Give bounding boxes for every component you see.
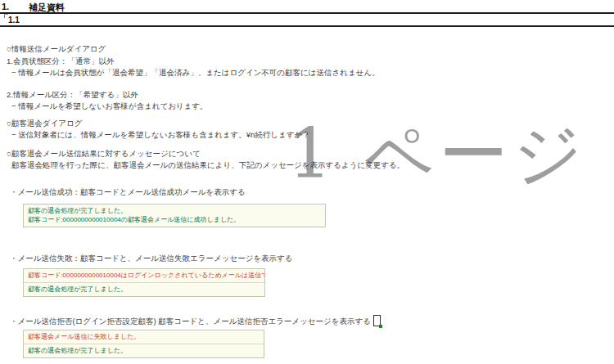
message-box-success: 顧客の退会処理が完了しました。 顧客コード:0000000000010004の顧… <box>23 204 326 227</box>
para-info-mail-dialog-title: ○情報送信メールダイアログ <box>7 44 106 53</box>
section-number: 1. <box>2 2 9 11</box>
message-line-success: 顧客の退会処理が完了しました。 <box>28 206 321 215</box>
para-mail-result-title: ○顧客退会メール送信結果に対するメッセージについて <box>7 149 201 158</box>
para-mail-success-label: ・メール送信成功：顧客コードとメール送信成功メールを表示する <box>10 187 246 196</box>
para-mail-failure-label: ・メール送信失敗：顧客コードと、メール送信失敗エラーメッセージを表示する <box>10 254 293 263</box>
para-info-mail-note: − 情報メールを希望しないお客様が含まれております。 <box>11 101 208 110</box>
subsection-heading: 1.1 <box>0 14 614 27</box>
document-page: 1 ページ 1. 補足資料 1.1 ○情報送信メールダイアログ 1.会員状態区分… <box>0 0 614 364</box>
mail-rejection-label-text: ・メール送信拒否(ログイン拒否設定顧客) 顧客コードと、メール送信拒否エラーメッ… <box>10 317 371 326</box>
subsection-number: 1.1 <box>8 16 20 25</box>
para-mail-rejection-label: ・メール送信拒否(ログイン拒否設定顧客) 顧客コードと、メール送信拒否エラーメッ… <box>10 315 381 326</box>
section-title: 補足資料 <box>29 2 65 14</box>
para-member-status-condition: 1.会員状態区分：「通常」以外 <box>7 56 114 65</box>
message-line-success: 顧客の退会処理が完了しました。 <box>24 282 264 296</box>
message-line-success: 顧客の退会処理が完了しました。 <box>24 344 264 357</box>
para-withdraw-dialog-title: ○顧客退会ダイアログ <box>7 119 82 128</box>
message-line-error: 顧客コード:0000000000010004はログインロックされているためメール… <box>24 269 264 282</box>
message-row: 顧客の退会処理が完了しました。 顧客コード:0000000000010004の顧… <box>24 204 325 227</box>
cursor-anchor-square <box>379 325 382 328</box>
text-cursor-icon <box>373 315 381 326</box>
message-box-rejection: 顧客退会メール送信に失敗しました。 顧客の退会処理が完了しました。 <box>23 330 264 358</box>
para-mail-result-description: 顧客退会処理を行った際に、顧客退会メールの送信結果により、下記のメッセージを表示… <box>11 160 404 169</box>
para-withdraw-dialog-note: − 送信対象者には、情報メールを希望しないお客様も含まれます。¥n続行しますか？ <box>11 130 310 139</box>
para-info-mail-condition: 2.情報メール区分：「希望する」以外 <box>7 90 138 99</box>
message-box-failure: 顧客コード:0000000000010004はログインロックされているためメール… <box>23 268 265 297</box>
message-line-error: 顧客退会メール送信に失敗しました。 <box>24 330 264 344</box>
para-member-status-note: − 情報メールは会員状態が「退会希望」「退会済み」、またはログイン不可の顧客には… <box>11 68 380 77</box>
message-line-success: 顧客コード:0000000000010004の顧客退会メール送信に成功しました。 <box>28 215 321 224</box>
page-number-watermark: 1 ページ <box>288 119 588 188</box>
section-heading: 1. 補足資料 <box>0 0 614 14</box>
